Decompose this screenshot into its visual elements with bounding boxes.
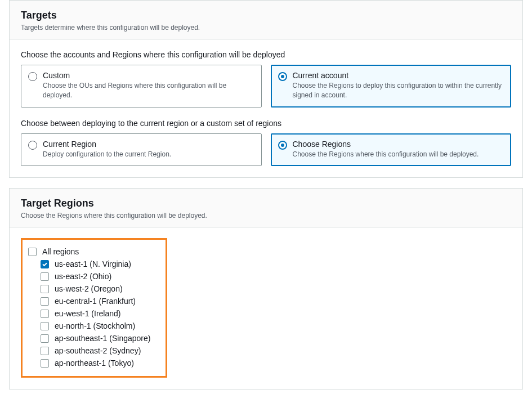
checkbox-icon [28, 248, 37, 256]
region-label: ap-southeast-2 (Sydney) [55, 346, 141, 355]
radio-current-account-title: Current account [293, 71, 504, 80]
region-label: eu-west-1 (Ireland) [55, 309, 121, 318]
region-checkbox-row[interactable]: us-east-1 (N. Virginia) [28, 258, 160, 270]
target-regions-subtitle: Choose the Regions where this configurat… [21, 212, 511, 220]
targets-title: Targets [21, 10, 511, 21]
checkbox-icon [41, 260, 49, 268]
checkbox-icon [41, 359, 49, 368]
radio-icon [28, 72, 37, 81]
targets-panel: Targets Targets determine where this con… [9, 0, 523, 178]
radio-choose-regions-title: Choose Regions [293, 140, 504, 149]
radio-content: Current account Choose the Regions to de… [293, 71, 504, 100]
targets-body: Choose the accounts and Regions where th… [10, 40, 522, 177]
target-regions-title: Target Regions [21, 198, 511, 209]
checkbox-icon [41, 310, 49, 318]
targets-subtitle: Targets determine where this configurati… [21, 24, 511, 32]
region-checkbox-row[interactable]: us-west-2 (Oregon) [28, 283, 160, 295]
region-label: ap-northeast-1 (Tokyo) [55, 359, 134, 368]
target-regions-header: Target Regions Choose the Regions where … [10, 189, 522, 228]
region-checkbox-row[interactable]: eu-central-1 (Frankfurt) [28, 295, 160, 307]
radio-content: Current Region Deploy configuration to t… [43, 140, 254, 159]
checkbox-icon [41, 272, 49, 281]
target-regions-body: All regions us-east-1 (N. Virginia)us-ea… [10, 228, 522, 389]
radio-custom-title: Custom [43, 71, 254, 80]
radio-icon [278, 72, 287, 81]
region-label: us-west-2 (Oregon) [55, 284, 123, 293]
targets-header: Targets Targets determine where this con… [10, 1, 522, 40]
radio-custom-desc: Choose the OUs and Regions where this co… [43, 81, 254, 100]
regions-mode-radio-row: Current Region Deploy configuration to t… [21, 133, 511, 167]
regions-mode-label: Choose between deploying to the current … [21, 119, 511, 128]
region-checkbox-row[interactable]: ap-northeast-1 (Tokyo) [28, 357, 160, 369]
region-checkbox-row[interactable]: eu-north-1 (Stockholm) [28, 320, 160, 332]
region-label: us-east-2 (Ohio) [55, 272, 111, 281]
radio-current-region[interactable]: Current Region Deploy configuration to t… [21, 133, 262, 167]
accounts-radio-row: Custom Choose the OUs and Regions where … [21, 65, 511, 108]
radio-icon [28, 141, 37, 150]
radio-current-region-desc: Deploy configuration to the current Regi… [43, 150, 254, 159]
checkbox-icon [41, 334, 49, 343]
checkbox-icon [41, 297, 49, 306]
target-regions-panel: Target Regions Choose the Regions where … [9, 188, 523, 389]
all-regions-label: All regions [42, 247, 79, 256]
region-checkbox-row[interactable]: eu-west-1 (Ireland) [28, 307, 160, 320]
region-label: eu-central-1 (Frankfurt) [55, 297, 136, 306]
region-label: eu-north-1 (Stockholm) [55, 321, 135, 330]
regions-highlight-box: All regions us-east-1 (N. Virginia)us-ea… [21, 238, 167, 378]
checkbox-icon [41, 322, 49, 330]
region-checkbox-row[interactable]: ap-southeast-1 (Singapore) [28, 332, 160, 344]
radio-icon [278, 141, 287, 150]
all-regions-checkbox-row[interactable]: All regions [28, 245, 160, 258]
radio-current-region-title: Current Region [43, 140, 254, 149]
checkbox-icon [41, 347, 49, 355]
region-checkbox-row[interactable]: ap-southeast-2 (Sydney) [28, 344, 160, 357]
radio-custom[interactable]: Custom Choose the OUs and Regions where … [21, 65, 262, 108]
checkbox-icon [41, 285, 49, 293]
region-checkbox-row[interactable]: us-east-2 (Ohio) [28, 270, 160, 283]
radio-choose-regions[interactable]: Choose Regions Choose the Regions where … [271, 133, 512, 167]
region-label: us-east-1 (N. Virginia) [55, 259, 131, 268]
radio-choose-regions-desc: Choose the Regions where this configurat… [293, 150, 504, 159]
radio-content: Choose Regions Choose the Regions where … [293, 140, 504, 159]
radio-content: Custom Choose the OUs and Regions where … [43, 71, 254, 100]
region-label: ap-southeast-1 (Singapore) [55, 334, 150, 343]
radio-current-account-desc: Choose the Regions to deploy this config… [293, 81, 504, 100]
radio-current-account[interactable]: Current account Choose the Regions to de… [271, 65, 512, 108]
accounts-section-label: Choose the accounts and Regions where th… [21, 50, 511, 59]
